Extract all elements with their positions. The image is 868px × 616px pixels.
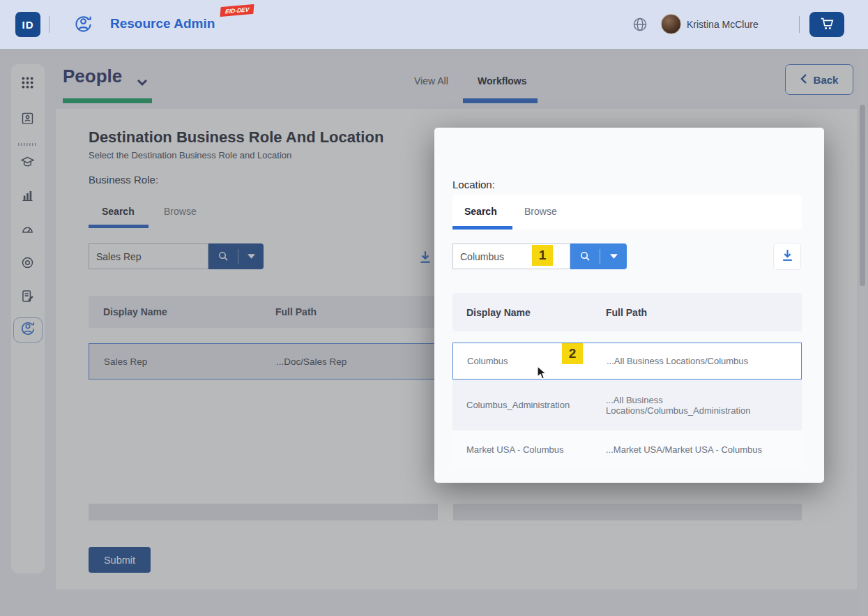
chevron-down-icon[interactable] <box>600 254 627 259</box>
user-name: Kristina McClure <box>687 19 759 30</box>
cell-display-name: Columbus_Administration <box>452 400 606 410</box>
download-button[interactable] <box>774 243 800 269</box>
cart-button[interactable] <box>809 12 844 37</box>
location-tab-browse[interactable]: Browse <box>524 206 557 217</box>
cell-display-name: Market USA - Columbus <box>452 444 606 455</box>
location-modal: Location: Search Browse 1 <box>434 128 824 483</box>
table-row[interactable]: Market USA - Columbus ...Market USA/Mark… <box>452 430 802 469</box>
location-table-header: Display Name Full Path <box>452 293 802 331</box>
cell-full-path: ...All Business Locations/Columbus <box>607 356 789 366</box>
cell-full-path: ...All Business Locations/Columbus_Admin… <box>606 395 789 416</box>
location-label: Location: <box>452 179 495 190</box>
header-divider <box>799 16 800 33</box>
annotation-step-2: 2 <box>562 343 583 364</box>
cart-icon <box>819 16 835 33</box>
user-avatar[interactable] <box>661 14 681 34</box>
annotation-step-1: 1 <box>532 245 553 266</box>
download-icon <box>780 248 795 265</box>
app-root: ID Resource Admin EID-DEV Kristina McClu… <box>0 0 868 616</box>
app-logo[interactable]: ID <box>15 12 40 37</box>
location-tab-search[interactable]: Search <box>464 206 497 217</box>
search-tab-underline <box>452 226 512 230</box>
cell-full-path: ...Market USA/Market USA - Columbus <box>606 444 789 455</box>
search-icon <box>570 250 600 262</box>
language-globe-icon[interactable] <box>632 16 648 36</box>
column-full-path: Full Path <box>606 307 789 318</box>
location-search-button[interactable] <box>570 243 627 269</box>
header-divider <box>49 16 50 33</box>
mouse-cursor <box>537 366 547 383</box>
user-sync-icon[interactable] <box>74 15 93 36</box>
environment-badge: EID-DEV <box>220 4 254 17</box>
app-header: ID Resource Admin EID-DEV Kristina McClu… <box>0 0 868 49</box>
location-tab-strip <box>452 195 802 230</box>
column-display-name: Display Name <box>452 307 606 318</box>
cell-display-name: Columbus <box>453 356 607 366</box>
table-row[interactable]: Columbus_Administration ...All Business … <box>452 380 802 430</box>
table-row-selected[interactable]: Columbus ...All Business Locations/Colum… <box>452 343 802 380</box>
app-title: Resource Admin <box>110 16 215 31</box>
